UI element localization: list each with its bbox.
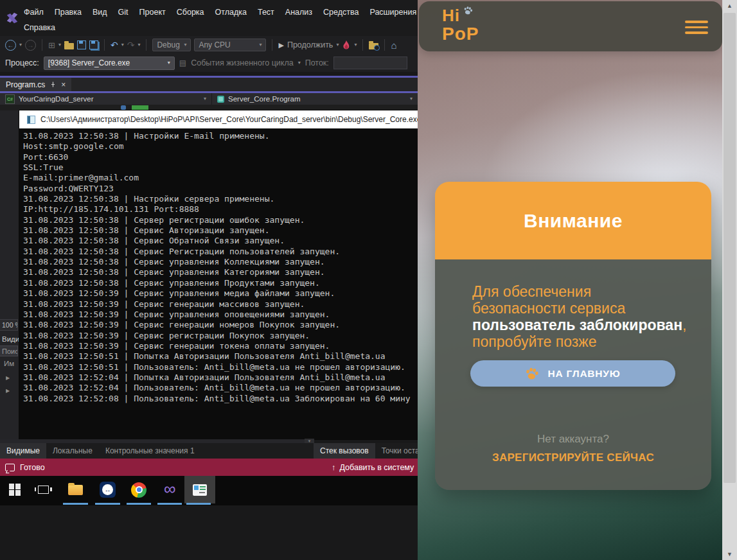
home-icon[interactable]: ⌂ (391, 40, 396, 50)
solution-platform-dropdown[interactable]: Any CPU▾ (194, 39, 266, 51)
continue-caret-icon[interactable]: ▾ (336, 42, 339, 48)
menu-item[interactable]: Отладка (215, 8, 247, 17)
panel-tab[interactable]: Стек вызовов (314, 443, 375, 459)
autos-tab-fragment[interactable]: Види (2, 335, 19, 343)
taskbar-teamviewer[interactable]: ↔ (95, 476, 120, 503)
navigate-forward-icon[interactable]: → (25, 40, 36, 51)
redo-icon[interactable]: ↷ (127, 40, 135, 49)
taskbar-running-indicator (157, 503, 182, 505)
file-explorer-icon (68, 485, 83, 495)
hamburger-menu-icon[interactable] (685, 21, 708, 34)
menu-item[interactable]: Git (118, 8, 129, 17)
menu-item[interactable]: Средства (323, 8, 359, 17)
configuration-value: Debug (157, 40, 179, 49)
console-line: 31.08.2023 12:52:08 | Пользователь: Anti… (23, 394, 418, 404)
open-file-icon[interactable] (64, 43, 74, 49)
app-scrollbar[interactable]: ▲ ▼ (722, 0, 737, 560)
hot-reload-caret-icon[interactable]: ▾ (354, 42, 357, 48)
chevron-down-icon: ▾ (410, 96, 413, 101)
lifecycle-caret-icon[interactable]: ▾ (298, 60, 301, 66)
search-box-fragment[interactable]: Поис (0, 346, 18, 356)
taskbar-console-app-active[interactable] (184, 476, 215, 503)
message-line-4: попробуйте позже (472, 333, 686, 350)
continue-button[interactable]: Продолжить (287, 40, 333, 49)
hot-reload-icon[interactable] (342, 40, 351, 51)
panel-tab[interactable]: Точки остан (375, 443, 418, 459)
menu-item[interactable]: Анализ (285, 8, 312, 17)
lifecycle-events-button[interactable]: События жизненного цикла (191, 58, 293, 67)
go-home-button[interactable]: НА ГЛАВНУЮ (470, 360, 675, 387)
menu-item[interactable]: Проект (139, 8, 166, 17)
debug-location-toolbar: Процесс: [9368] Server_Core.exe▾ ▤ Событ… (0, 54, 418, 72)
menu-item[interactable]: Расширения (369, 8, 416, 17)
new-project-icon[interactable]: ⊞ (48, 41, 55, 49)
save-all-icon[interactable] (89, 40, 98, 49)
solution-configuration-dropdown[interactable]: Debug▾ (152, 39, 191, 51)
panel-tab[interactable]: Контрольные значения 1 (99, 443, 201, 459)
taskbar-visual-studio[interactable]: ∞ (157, 476, 182, 503)
scroll-down-icon[interactable]: ▼ (722, 551, 737, 557)
taskbar-file-explorer[interactable] (63, 476, 88, 503)
expand-arrow-icon[interactable]: ▶ (6, 375, 10, 381)
add-to-source-control[interactable]: ↑ Добавить в систему (332, 459, 418, 476)
editor-mark (132, 105, 148, 110)
new-project-caret-icon[interactable]: ▾ (58, 42, 61, 48)
expand-arrow-icon[interactable]: ▶ (6, 388, 10, 394)
feedback-bubble-icon[interactable] (5, 464, 15, 471)
undo-icon[interactable]: ↶ (111, 40, 118, 49)
menu-item[interactable]: Вид (93, 8, 107, 17)
warning-card-header: Внимание (435, 182, 711, 259)
screen: ФайлПравкаВидGitПроектСборкаОтладкаТестА… (0, 0, 737, 560)
start-button[interactable] (5, 476, 24, 503)
register-now-link[interactable]: ЗАРЕГИСТРИРУЙТЕ СЕЙЧАС (435, 451, 711, 464)
tab-label: Program.cs (6, 80, 45, 89)
console-line: E-mail:primer@gmail.com (23, 173, 418, 183)
no-account-text: Нет аккаунта? (435, 433, 711, 446)
scrollbar-thumb[interactable] (724, 13, 736, 483)
menu-item[interactable]: Правка (55, 8, 82, 17)
find-in-files-icon[interactable] (369, 41, 378, 49)
taskbar-chrome[interactable] (127, 476, 151, 503)
project-name: YourCaringDad_server (19, 95, 94, 103)
save-icon[interactable] (77, 40, 86, 49)
zoom-level-dropdown[interactable]: 100 % (0, 319, 18, 331)
undo-caret-icon[interactable]: ▾ (121, 42, 124, 48)
console-line: Port:6630 (23, 152, 418, 162)
tab-program-cs[interactable]: Program.cs × (0, 78, 71, 91)
bottom-panel-tabs: ВидимыеЛокальныеКонтрольные значения 1 С… (0, 443, 418, 459)
panel-tab[interactable]: Видимые (0, 443, 46, 459)
chevron-down-icon: ▾ (204, 96, 206, 101)
scroll-up-icon[interactable]: ▲ (722, 3, 737, 9)
project-dropdown[interactable]: C# YourCaringDad_server ▾ (0, 93, 212, 105)
editor-mark (121, 105, 126, 110)
menu-item-help[interactable]: Справка (24, 23, 55, 32)
callstack-panel-tabs: Стек вызововТочки остан (314, 443, 418, 459)
navigate-back-caret-icon[interactable]: ▾ (19, 42, 22, 48)
logo-text-pop: PoP (442, 25, 479, 43)
type-dropdown[interactable]: Server_Core.Program ▾ (212, 93, 418, 105)
console-title-bar[interactable]: C:\Users\Администратор\Desktop\HiPoP\API… (19, 110, 418, 128)
menu-row-1: ФайлПравкаВидGitПроектСборкаОтладкаТестА… (24, 8, 416, 17)
panel-tab[interactable]: Локальные (46, 443, 99, 459)
document-tab-strip: Program.cs × (0, 78, 418, 91)
menu-item[interactable]: Тест (258, 8, 274, 17)
menu-item[interactable]: Файл (24, 8, 44, 17)
menu-item[interactable]: Сборка (177, 8, 204, 17)
redo-caret-icon[interactable]: ▾ (138, 42, 140, 48)
csharp-project-icon: C# (5, 94, 15, 104)
up-arrow-icon: ↑ (332, 462, 336, 472)
lifecycle-events-icon[interactable]: ▤ (179, 58, 186, 67)
process-dropdown[interactable]: [9368] Server_Core.exe▾ (44, 57, 175, 70)
continue-play-icon[interactable]: ▶ (278, 41, 283, 49)
pin-icon[interactable] (50, 82, 56, 87)
platform-value: Any CPU (199, 40, 230, 49)
taskbar-running-indicator (186, 503, 211, 505)
type-name: Server_Core.Program (228, 95, 300, 103)
console-output[interactable]: 31.08.2023 12:50:38 | Настройки E-mail п… (19, 128, 418, 439)
process-value: [9368] Server_Core.exe (48, 58, 130, 67)
close-icon[interactable]: × (61, 81, 66, 89)
task-view-button[interactable] (32, 476, 54, 503)
console-line: 31.08.2023 12:50:39 | Сервис управления … (23, 288, 418, 299)
navigate-back-icon[interactable]: ← (5, 40, 16, 51)
thread-input[interactable] (333, 57, 407, 69)
